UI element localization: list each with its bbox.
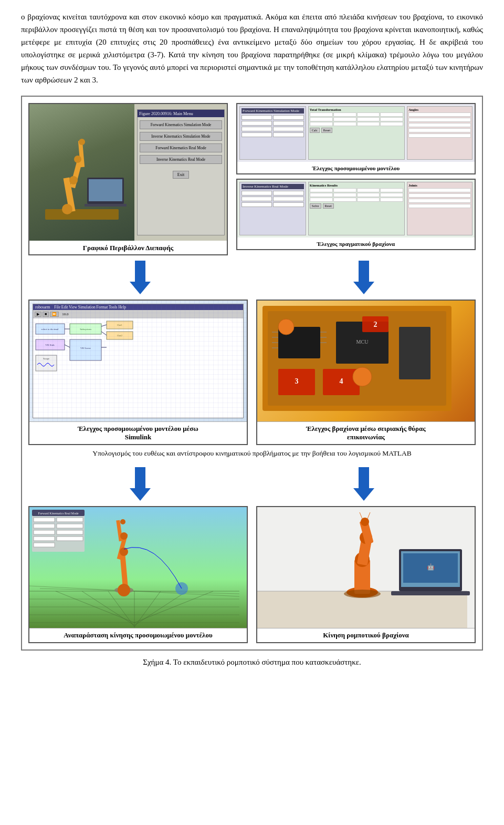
svg-rect-79 [34, 524, 55, 528]
svg-rect-24 [70, 339, 101, 360]
gui-box: Figure 2020.00916: Main Menu Forward Kin… [28, 103, 228, 255]
svg-text:Out1: Out1 [117, 324, 123, 326]
svg-point-72 [120, 532, 128, 540]
svg-point-73 [120, 519, 125, 524]
arrow-row-1 [28, 255, 476, 300]
arrow-head-2r [353, 488, 374, 501]
svg-point-96 [361, 518, 369, 526]
svg-point-104 [344, 590, 381, 598]
arrow-down-right-2 [353, 467, 374, 501]
real-robot-caption: Κίνηση ρομποτικού βραχίονα [257, 628, 475, 642]
arrow-row-2 [28, 462, 476, 506]
svg-rect-15 [107, 321, 133, 329]
svg-point-5 [69, 176, 78, 184]
svg-text:Out2: Out2 [117, 334, 123, 337]
hardware-caption: Έλεγχος βραχίονα μέσω σειριακής θύρας επ… [257, 421, 475, 444]
svg-rect-9 [89, 179, 122, 201]
svg-rect-84 [57, 537, 83, 541]
gui-btn3[interactable]: Forward Kinematics Real Mode [140, 143, 222, 152]
arrow-down-left-1 [130, 261, 151, 294]
svg-point-4 [62, 204, 72, 214]
svg-point-6 [74, 156, 81, 163]
gui-btn1[interactable]: Forward Kinematics Simulation Mode [140, 120, 222, 129]
arrow-shaft-2l [135, 467, 145, 488]
top-left-label: Γραφικό Περιβάλλον Διεπαφής [29, 241, 227, 254]
matlab-line: Υπολογισμός του ευθέως και αντίστροφου κ… [28, 445, 476, 462]
main-text-paragraph: ο βραχίονας κινείται ταυτόχρονα και στον… [21, 11, 483, 86]
hardware-label-line1: Έλεγχος βραχίονα μέσω σειριακής θύρας [306, 425, 425, 432]
ik-real-panel: Inverse Kinematics Real Mode Kinematics … [236, 179, 476, 250]
svg-rect-83 [34, 537, 55, 541]
svg-text:MCU: MCU [356, 339, 369, 345]
arrow-head-2l [130, 488, 151, 501]
fk-sim-panel: Forward Kinematics Simulation Mode [236, 103, 476, 174]
arrow-head [130, 282, 151, 294]
sim3d-caption: Αναπαράσταση κίνησης προσομοιωμένου μοντ… [29, 628, 247, 642]
svg-line-21 [101, 332, 107, 335]
simulink-caption: Έλεγχος προσομοιωμένου μοντέλου μέσω Sim… [29, 421, 247, 444]
svg-rect-77 [34, 518, 55, 522]
svg-rect-22 [36, 339, 65, 350]
figure-caption-text: Σχήμα 4. Το εκπαιδευτικό ρομποτικό σύστη… [143, 658, 361, 666]
real-robot-box: 🤖 Κίνηση ρομποτικού βραχίονα [256, 506, 476, 643]
svg-point-48 [353, 367, 372, 386]
svg-text:robot to decimal: robot to decimal [41, 328, 59, 331]
arrow-shaft [135, 261, 145, 282]
arrow-down-right-1 [353, 261, 374, 294]
sim3d-box: Forward Kinematics Real Mode Αναπαρ [28, 506, 248, 643]
svg-rect-81 [34, 530, 55, 534]
diagram-frame: Figure 2020.00916: Main Menu Forward Kin… [21, 96, 483, 651]
ik-real-title: Inverse Kinematics Real Mode [242, 184, 304, 189]
hardware-box: MCU 3 4 2 Έλεγχος [256, 300, 476, 445]
svg-point-47 [278, 319, 294, 335]
top-row: Figure 2020.00916: Main Menu Forward Kin… [28, 103, 476, 255]
fk-sim-title: Forward Kinematics Simulation Mode [242, 108, 304, 114]
top-right-upper-label: Έλεγχος προσομοιωμένου μοντέλου [237, 162, 475, 173]
bottom-row: Forward Kinematics Real Mode Αναπαρ [28, 506, 476, 643]
svg-text:Subsystem: Subsystem [80, 328, 91, 331]
gui-btn2[interactable]: Inverse Kinematics Simulation Mode [140, 132, 222, 141]
paragraph-text: ο βραχίονας κινείται ταυτόχρονα και στον… [21, 13, 483, 84]
exit-button[interactable]: Exit [173, 171, 189, 179]
arrow-shaft-2r [359, 467, 369, 488]
simulink-label-line1: Έλεγχος προσομοιωμένου μοντέλου μέσω [78, 425, 198, 432]
svg-rect-82 [57, 530, 83, 534]
matlab-text: Υπολογισμός του ευθέως και αντίστροφου κ… [92, 449, 412, 457]
svg-rect-26 [36, 355, 57, 371]
simulink-label-line2: Simulink [125, 433, 152, 441]
top-right-panels: Forward Kinematics Simulation Mode [236, 103, 476, 255]
svg-rect-78 [57, 518, 83, 522]
svg-line-20 [101, 325, 107, 326]
svg-text:VR Scene: VR Scene [80, 347, 91, 349]
arrow-down-left-2 [130, 467, 151, 501]
svg-point-71 [120, 548, 128, 556]
arrow-head [353, 282, 374, 294]
svg-text:4: 4 [340, 377, 343, 385]
svg-text:3: 3 [295, 377, 299, 385]
svg-line-28 [65, 345, 70, 347]
simulink-box: robosarm File Edit View Simulation Forma… [28, 300, 248, 445]
svg-text:2: 2 [374, 321, 377, 328]
svg-rect-103 [391, 591, 470, 595]
gui-btn4[interactable]: Inverse Kinematics Real Mode [140, 155, 222, 164]
svg-rect-42 [399, 327, 430, 379]
svg-text:VR Sink: VR Sink [45, 344, 55, 346]
top-right-lower-label: Έλεγχος πραγματικού βραχίονα [237, 238, 475, 249]
hardware-label-line2: επικοινωνίας [347, 433, 385, 441]
svg-rect-85 [34, 543, 55, 547]
svg-rect-80 [57, 524, 83, 528]
svg-rect-13 [70, 324, 101, 334]
gui-window-title-text: Figure 2020.00916: Main Menu [139, 111, 193, 116]
gui-window-title-bar: Figure 2020.00916: Main Menu [138, 110, 224, 117]
svg-point-7 [79, 139, 85, 145]
figure-caption: Σχήμα 4. Το εκπαιδευτικό ρομποτικό σύστη… [21, 658, 483, 667]
svg-rect-17 [107, 332, 133, 339]
svg-text:Scope: Scope [43, 357, 50, 360]
svg-text:Forward Kinematics Real Mode: Forward Kinematics Real Mode [38, 512, 78, 515]
svg-rect-11 [36, 324, 65, 334]
svg-rect-0 [45, 209, 119, 220]
svg-point-70 [118, 584, 130, 596]
svg-rect-10 [85, 204, 127, 207]
svg-text:🤖: 🤖 [427, 563, 435, 571]
middle-row: robosarm File Edit View Simulation Forma… [28, 300, 476, 445]
